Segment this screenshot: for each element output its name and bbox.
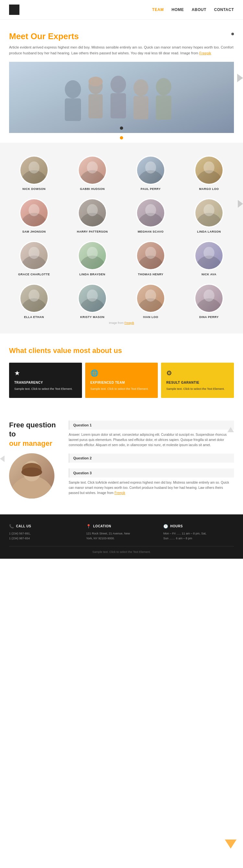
deco-tri-faq-top: [227, 427, 234, 432]
hero-freepik-link[interactable]: Freepik: [199, 51, 211, 55]
hero-section: Meet Our Experts Article evident arrived…: [0, 20, 243, 140]
team-grid: NICK DOWSON GABBI HUDSON PAUL PERRY: [6, 156, 237, 319]
svg-point-16: [145, 161, 156, 174]
svg-point-12: [28, 161, 39, 174]
team-avatar-inner-15: [137, 285, 164, 312]
footer: 📞 CALL US 1 (234) 567-891,1 (234) 987-65…: [0, 515, 243, 559]
clients-heading: What clients value most about us: [9, 346, 234, 355]
nav-home[interactable]: HOME: [172, 7, 184, 12]
team-name-8: LINDA LARSON: [197, 230, 221, 233]
footer-col-line-1-1: 1 (234) 567-891,: [9, 531, 80, 536]
faq-heading-accent: our manager: [9, 439, 52, 447]
team-name-13: ELLA ETHAN: [24, 315, 44, 319]
svg-point-38: [87, 289, 98, 302]
svg-point-18: [204, 161, 215, 174]
client-card-text-1: Sample text. Click to select the Text El…: [14, 387, 77, 392]
svg-point-4: [110, 76, 126, 93]
team-name-6: HARRY PATTERSON: [77, 230, 108, 233]
team-avatar-inner-9: [20, 242, 48, 269]
deco-dot-bottom: [120, 126, 123, 130]
faq-question-label-3[interactable]: Question 3: [69, 468, 234, 477]
team-member-1: NICK DOWSON: [6, 156, 61, 191]
svg-point-8: [156, 78, 171, 95]
team-name-2: GABBI HUDSON: [80, 187, 105, 191]
faq-answer-1: Answer: Lorem ipsum dolor sit amet, cons…: [69, 432, 234, 448]
faq-left-panel: Free question toour manager: [9, 421, 61, 501]
team-name-11: THOMAS HENRY: [138, 273, 164, 276]
team-image-credit: Image from Freepik: [6, 319, 237, 327]
faq-question-label-1[interactable]: Question 1: [69, 421, 234, 430]
hero-heading-accent: Experts: [48, 31, 79, 41]
footer-col-3: 🕐 HOURS Mon – Fri ….. 11 am – 8 pm, Sat,…: [163, 524, 234, 541]
team-section: NICK DOWSON GABBI HUDSON PAUL PERRY: [0, 143, 243, 334]
team-member-10: LINDA BRAYDEN: [65, 241, 120, 276]
team-name-7: MEGHAN SCAVO: [138, 230, 164, 233]
team-avatar-10: [78, 241, 107, 270]
team-avatar-1: [20, 156, 49, 185]
footer-bottom: Sample text. Click to select the Text El…: [9, 546, 234, 554]
clients-section: What clients value most about us ★ TRANS…: [0, 334, 243, 408]
team-avatar-9: [20, 241, 49, 270]
faq-avatar-wrapper: [9, 453, 61, 499]
team-avatar-2: [78, 156, 107, 185]
faq-avatar: [9, 453, 54, 499]
footer-col-title-1: 📞 CALL US: [9, 524, 80, 529]
nav-contact[interactable]: CONTACT: [214, 7, 234, 12]
svg-rect-9: [156, 95, 171, 120]
team-avatar-14: [78, 284, 107, 313]
team-avatar-inner-7: [137, 199, 164, 226]
svg-rect-3: [88, 94, 103, 118]
svg-point-28: [28, 247, 39, 259]
svg-point-0: [65, 80, 81, 98]
faq-freepik-link[interactable]: Freepik: [114, 491, 125, 495]
deco-tri-hero-right: [237, 74, 243, 82]
logo[interactable]: [9, 4, 20, 15]
footer-col-label-3: HOURS: [170, 524, 183, 528]
nav-about[interactable]: ABOUT: [192, 7, 207, 12]
team-name-14: KRISTY MASON: [80, 315, 105, 319]
nav-team[interactable]: TEAM: [152, 7, 164, 12]
team-member-12: NICK AVA: [182, 241, 237, 276]
team-member-11: THOMAS HENRY: [123, 241, 178, 276]
team-member-5: SAM JHONSON: [6, 198, 61, 233]
svg-point-42: [204, 289, 215, 302]
faq-right-panel: Question 1 Answer: Lorem ipsum dolor sit…: [69, 421, 234, 501]
team-name-15: IVAN LOO: [143, 315, 158, 319]
svg-point-24: [145, 204, 156, 216]
svg-point-22: [87, 204, 98, 216]
team-member-6: HARRY PATTERSON: [65, 198, 120, 233]
team-avatar-inner-6: [79, 199, 106, 226]
footer-col-line-3-1: Mon – Fri ….. 11 am – 8 pm, Sat,: [163, 531, 234, 536]
carousel-dot-1[interactable]: [120, 136, 123, 140]
deco-tri-faq-left: [0, 456, 4, 462]
team-avatar-16: [194, 284, 223, 313]
team-avatar-inner-11: [137, 242, 164, 269]
footer-col-line-2-2: York, NY 92103-9000.: [86, 536, 157, 541]
team-avatar-inner-1: [20, 157, 48, 184]
faq-item-3: Question 3 Sample text. Click toArticle …: [69, 468, 234, 496]
carousel-dots: [9, 136, 234, 140]
client-card-title-2: EXPIRIENCED TEAM: [90, 381, 153, 384]
footer-col-line-1-2: 1 (234) 987-654: [9, 536, 80, 541]
team-freepik-link[interactable]: Freepik: [125, 321, 134, 324]
footer-col-line-3-2: Sun …… 6 am – 8 pm: [163, 536, 234, 541]
team-member-13: ELLA ETHAN: [6, 284, 61, 319]
svg-point-40: [145, 289, 156, 302]
svg-point-26: [204, 204, 215, 216]
navbar: TEAM HOME ABOUT CONTACT: [0, 0, 243, 20]
team-avatar-12: [194, 241, 223, 270]
client-card-icon-3: ⚙: [166, 369, 229, 377]
team-avatar-inner-10: [79, 242, 106, 269]
client-card-2: 🌐 EXPIRIENCED TEAM Sample text. Click to…: [85, 363, 158, 398]
team-member-7: MEGHAN SCAVO: [123, 198, 178, 233]
team-name-10: LINDA BRAYDEN: [79, 273, 105, 276]
team-avatar-inner-16: [195, 285, 223, 312]
team-member-16: DINA PERRY: [182, 284, 237, 319]
footer-col-label-2: LOCATION: [93, 524, 111, 528]
hero-description: Article evident arrived express highest …: [9, 44, 234, 56]
client-card-text-2: Sample text. Click to select the Text El…: [90, 387, 153, 392]
client-card-1: ★ TRANSPARENCY Sample text. Click to sel…: [9, 363, 82, 398]
faq-avatar-inner: [9, 453, 54, 499]
faq-question-label-2[interactable]: Question 2: [69, 454, 234, 463]
svg-point-20: [28, 204, 39, 216]
